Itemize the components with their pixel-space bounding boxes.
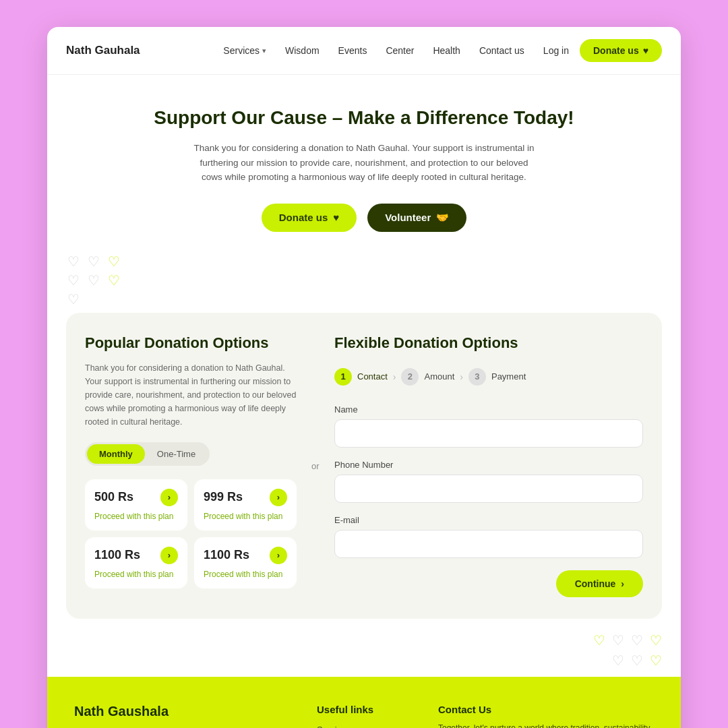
step-label-3: Payment bbox=[491, 371, 526, 382]
tab-monthly[interactable]: Monthly bbox=[87, 444, 145, 464]
footer-links-title: Useful links bbox=[317, 704, 411, 715]
or-separator: or bbox=[307, 458, 324, 473]
hero-section: Support Our Cause – Make a Difference To… bbox=[47, 75, 681, 253]
footer: Nath Gaushala Together, let's nurture a … bbox=[47, 677, 681, 728]
step-contact: 1 Contact bbox=[334, 368, 388, 386]
nav-services[interactable]: Services ▾ bbox=[223, 45, 266, 56]
phone-label: Phone Number bbox=[334, 460, 643, 470]
plan-card-1[interactable]: 500 Rs › Proceed with this plan bbox=[85, 479, 187, 530]
hearts-decoration-bottom1: ♡ ♡ ♡ ♡ bbox=[47, 632, 681, 648]
plan-card-4[interactable]: 1100 Rs › Proceed with this plan bbox=[194, 537, 297, 588]
login-link[interactable]: Log in bbox=[543, 45, 569, 56]
heart-icon: ♡ bbox=[631, 653, 643, 669]
volunteer-button[interactable]: Volunteer 🤝 bbox=[367, 204, 466, 232]
flexible-donation-panel: Flexible Donation Options 1 Contact › 2 … bbox=[315, 313, 662, 619]
heart-icon: ♡ bbox=[650, 653, 662, 669]
donation-steps: 1 Contact › 2 Amount › 3 Payment bbox=[334, 368, 643, 386]
name-input[interactable] bbox=[334, 419, 643, 448]
step-separator: › bbox=[460, 371, 463, 382]
phone-field-group: Phone Number bbox=[334, 460, 643, 503]
plan-amount-3: 1100 Rs › bbox=[94, 547, 178, 564]
hearts-decoration-mid: ♡ ♡ ♡ bbox=[47, 272, 681, 289]
heart-icon: ♡ bbox=[88, 253, 100, 270]
hero-description: Thank you for considering a donation to … bbox=[189, 141, 539, 185]
hero-buttons: Donate us ♥ Volunteer 🤝 bbox=[101, 204, 627, 232]
chevron-down-icon: ▾ bbox=[262, 47, 266, 55]
plan-link-3[interactable]: Proceed with this plan bbox=[94, 570, 178, 579]
navbar: Nath Gauhala Services ▾ Wisdom Events Ce… bbox=[47, 27, 681, 75]
email-field-group: E-mail bbox=[334, 515, 643, 558]
popular-donation-desc: Thank you for considering a donation to … bbox=[85, 361, 297, 429]
step-num-1: 1 bbox=[334, 368, 352, 386]
heart-icon: ♥ bbox=[333, 212, 339, 223]
hearts-decoration-bottom2: ♡ ♡ ♡ bbox=[47, 653, 681, 669]
plan-card-3[interactable]: 1100 Rs › Proceed with this plan bbox=[85, 537, 187, 588]
footer-link-services[interactable]: Services ▾ bbox=[317, 725, 411, 728]
footer-useful-links: Useful links Services ▾ Wisdom Events Ce… bbox=[317, 704, 411, 728]
plan-arrow-icon: › bbox=[160, 489, 178, 506]
heart-icon: ♡ bbox=[88, 272, 100, 289]
brand-logo: Nath Gauhala bbox=[66, 44, 140, 57]
hearts-decoration-low: ♡ bbox=[47, 291, 681, 307]
popular-donation-title: Popular Donation Options bbox=[85, 334, 297, 352]
popular-donation-panel: Popular Donation Options Thank you for c… bbox=[66, 313, 315, 619]
plan-link-4[interactable]: Proceed with this plan bbox=[204, 570, 287, 579]
step-amount: 2 Amount bbox=[401, 368, 454, 386]
handshake-icon: 🤝 bbox=[436, 212, 449, 224]
email-label: E-mail bbox=[334, 515, 643, 525]
footer-contact-title: Contact Us bbox=[438, 704, 654, 715]
nav-wisdom[interactable]: Wisdom bbox=[285, 45, 320, 56]
hearts-decoration-top: ♡ ♡ ♡ bbox=[47, 253, 681, 270]
plans-grid: 500 Rs › Proceed with this plan 999 Rs ›… bbox=[85, 479, 297, 588]
name-label: Name bbox=[334, 404, 643, 415]
footer-brand: Nath Gaushala Together, let's nurture a … bbox=[74, 704, 290, 728]
heart-icon: ♡ bbox=[650, 632, 662, 648]
step-num-2: 2 bbox=[401, 368, 419, 386]
step-label-1: Contact bbox=[357, 371, 388, 382]
heart-icon: ♥ bbox=[643, 45, 648, 56]
step-label-2: Amount bbox=[424, 371, 454, 382]
nav-center[interactable]: Center bbox=[386, 45, 414, 56]
name-field-group: Name bbox=[334, 404, 643, 448]
heart-icon: ♡ bbox=[612, 653, 624, 669]
main-content: Popular Donation Options Thank you for c… bbox=[66, 313, 662, 619]
flexible-donation-title: Flexible Donation Options bbox=[334, 334, 643, 352]
plan-link-1[interactable]: Proceed with this plan bbox=[94, 512, 178, 521]
plan-amount-2: 999 Rs › bbox=[204, 489, 287, 506]
plan-amount-4: 1100 Rs › bbox=[204, 547, 287, 564]
nav-links: Services ▾ Wisdom Events Center Health C… bbox=[223, 45, 524, 56]
heart-icon: ♡ bbox=[612, 632, 624, 648]
tab-onetime[interactable]: One-Time bbox=[145, 444, 208, 464]
nav-health[interactable]: Health bbox=[433, 45, 460, 56]
heart-icon: ♡ bbox=[631, 632, 643, 648]
heart-icon: ♡ bbox=[593, 632, 605, 648]
step-payment: 3 Payment bbox=[468, 368, 526, 386]
plan-arrow-icon: › bbox=[270, 547, 287, 564]
heart-icon: ♡ bbox=[67, 272, 80, 289]
hero-title: Support Our Cause – Make a Difference To… bbox=[101, 107, 627, 129]
plan-amount-1: 500 Rs › bbox=[94, 489, 178, 506]
browser-window: Nath Gauhala Services ▾ Wisdom Events Ce… bbox=[47, 27, 681, 728]
nav-events[interactable]: Events bbox=[338, 45, 367, 56]
donation-tab-group: Monthly One-Time bbox=[85, 442, 210, 466]
donate-nav-button[interactable]: Donate us ♥ bbox=[580, 39, 662, 62]
footer-brand-name: Nath Gaushala bbox=[74, 704, 290, 719]
footer-contact: Contact Us Together, let's nurture a wor… bbox=[438, 704, 654, 728]
heart-icon: ♡ bbox=[108, 272, 120, 289]
footer-contact-desc: Together, let's nurture a world where tr… bbox=[438, 722, 654, 728]
nav-contact[interactable]: Contact us bbox=[479, 45, 524, 56]
plan-link-2[interactable]: Proceed with this plan bbox=[204, 512, 287, 521]
heart-icon: ♡ bbox=[67, 291, 80, 307]
email-input[interactable] bbox=[334, 530, 643, 558]
plan-card-2[interactable]: 999 Rs › Proceed with this plan bbox=[194, 479, 297, 530]
step-num-3: 3 bbox=[468, 368, 486, 386]
donate-hero-button[interactable]: Donate us ♥ bbox=[262, 204, 357, 232]
arrow-right-icon: › bbox=[621, 578, 624, 589]
continue-button[interactable]: Continue › bbox=[556, 570, 643, 597]
plan-arrow-icon: › bbox=[160, 547, 178, 564]
plan-arrow-icon: › bbox=[270, 489, 287, 506]
phone-input[interactable] bbox=[334, 475, 643, 503]
heart-icon: ♡ bbox=[108, 253, 120, 270]
heart-icon: ♡ bbox=[67, 253, 80, 270]
step-separator: › bbox=[393, 371, 396, 382]
